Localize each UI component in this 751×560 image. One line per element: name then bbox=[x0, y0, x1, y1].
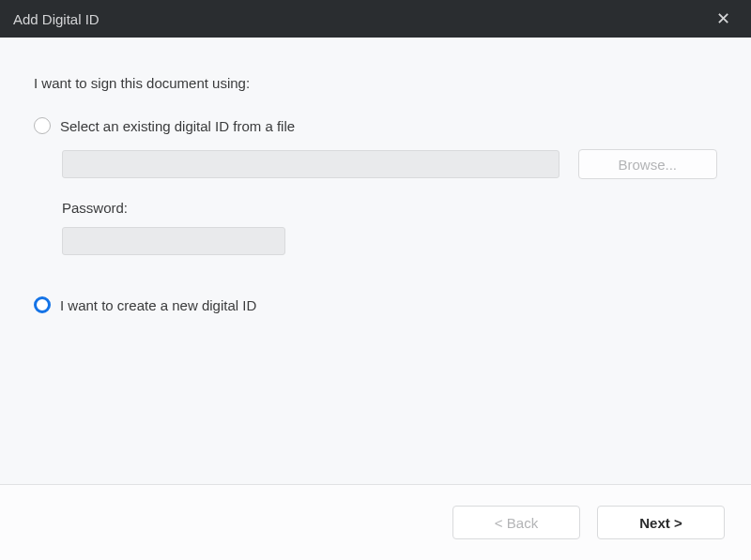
password-input[interactable] bbox=[62, 227, 285, 255]
back-button[interactable]: < Back bbox=[452, 506, 580, 539]
radio-icon bbox=[34, 117, 51, 134]
next-button[interactable]: Next > bbox=[597, 506, 725, 539]
file-row: Browse... bbox=[62, 149, 717, 179]
heading-text: I want to sign this document using: bbox=[34, 75, 717, 91]
radio-option-existing[interactable]: Select an existing digital ID from a fil… bbox=[34, 117, 717, 134]
radio-option-create[interactable]: I want to create a new digital ID bbox=[34, 296, 717, 313]
content-area: I want to sign this document using: Sele… bbox=[0, 38, 751, 484]
existing-id-fields: Browse... Password: bbox=[62, 149, 717, 255]
password-label: Password: bbox=[62, 200, 717, 216]
close-icon[interactable]: ✕ bbox=[709, 7, 738, 31]
titlebar: Add Digital ID ✕ bbox=[0, 0, 751, 38]
radio-label-create: I want to create a new digital ID bbox=[60, 297, 256, 313]
window-title: Add Digital ID bbox=[13, 11, 709, 27]
radio-label-existing: Select an existing digital ID from a fil… bbox=[60, 118, 295, 134]
footer: < Back Next > bbox=[0, 484, 751, 560]
browse-button[interactable]: Browse... bbox=[578, 149, 717, 179]
radio-icon bbox=[34, 296, 51, 313]
file-path-input[interactable] bbox=[62, 150, 559, 178]
